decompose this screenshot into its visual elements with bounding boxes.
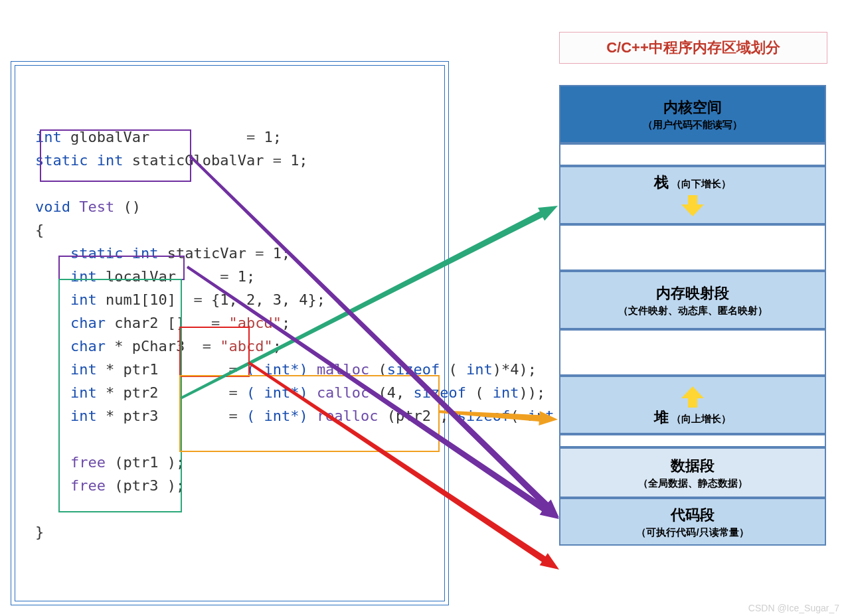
code-line: int num1[10] = {1, 2, 3, 4};: [35, 288, 424, 311]
mem-seg-mmap: 内存映射段（文件映射、动态库、匿名映射）: [559, 271, 826, 329]
code-line: static int staticVar = 1;: [35, 242, 424, 265]
code-line: char char2 [] = "abcd";: [35, 311, 424, 335]
mem-seg-title: 堆: [654, 408, 669, 427]
code-line: char * pChar3 = "abcd";: [35, 335, 424, 358]
memory-layout: 内核空间（用户代码不能读写）栈（向下增长）内存映射段（文件映射、动态库、匿名映射…: [559, 85, 826, 603]
watermark: CSDN @Ice_Sugar_7: [748, 603, 839, 613]
mem-seg-stack: 栈（向下增长）: [559, 166, 826, 224]
code-block: int globalVar = 1;static int staticGloba…: [35, 125, 424, 544]
code-line: static int staticGlobalVar = 1;: [35, 149, 424, 172]
mem-seg-inline: （向上增长）: [671, 413, 731, 425]
mem-seg-gap4: [559, 434, 826, 447]
mem-seg-sub: （可执行代码/只读常量）: [636, 526, 748, 539]
mem-seg-title: 数据段: [671, 456, 715, 476]
mem-seg-inline: （向下增长）: [671, 178, 731, 191]
code-line: int localVar = 1;: [35, 265, 424, 288]
mem-seg-sub: （文件映射、动态库、匿名映射）: [618, 305, 768, 317]
code-line: [35, 172, 424, 195]
code-line: [35, 427, 424, 451]
grow-down-icon: [681, 195, 704, 218]
mem-seg-title: 内存映射段: [656, 283, 729, 303]
mem-seg-sub: （用户代码不能读写）: [643, 119, 742, 131]
code-line: [35, 497, 424, 520]
mem-seg-sub: （全局数据、静态数据）: [638, 477, 748, 490]
mem-seg-kernel: 内核空间（用户代码不能读写）: [559, 85, 826, 143]
mem-seg-title: 代码段: [671, 505, 715, 525]
code-line: free (ptr1 );: [35, 451, 424, 474]
mem-seg-gap3: [559, 329, 826, 376]
code-line: int globalVar = 1;: [35, 125, 424, 149]
mem-seg-title: 栈: [654, 173, 669, 193]
code-line: }: [35, 520, 424, 544]
code-line: void Test (): [35, 195, 424, 218]
mem-seg-codeseg: 代码段（可执行代码/只读常量）: [559, 498, 826, 546]
mem-seg-gap1: [559, 143, 826, 166]
mem-seg-heap: 堆（向上增长）: [559, 376, 826, 434]
mem-seg-gap2: [559, 224, 826, 271]
code-panel: int globalVar = 1;static int staticGloba…: [15, 65, 445, 601]
mem-seg-title: 内核空间: [663, 98, 722, 117]
code-line: int * ptr1 = ( int*) malloc (sizeof ( in…: [35, 358, 424, 381]
code-line: int * ptr3 = ( int*) realloc (ptr2 , siz…: [35, 404, 424, 427]
code-line: {: [35, 218, 424, 242]
diagram-title: C/C++中程序内存区域划分: [559, 32, 827, 64]
grow-up-icon: [681, 385, 704, 408]
code-line: free (ptr3 );: [35, 474, 424, 497]
code-line: int * ptr2 = ( int*) calloc (4, sizeof (…: [35, 381, 424, 404]
mem-seg-data: 数据段（全局数据、静态数据）: [559, 447, 826, 498]
